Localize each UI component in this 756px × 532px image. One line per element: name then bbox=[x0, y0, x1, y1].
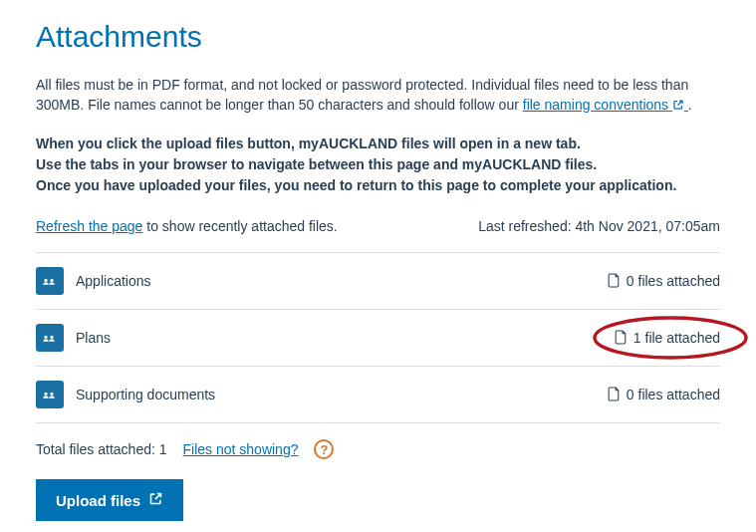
file-icon bbox=[608, 387, 621, 402]
refresh-page-link[interactable]: Refresh the page bbox=[36, 218, 142, 234]
intro-paragraph: All files must be in PDF format, and not… bbox=[36, 76, 720, 116]
folder-icon bbox=[36, 324, 64, 352]
folder-icon bbox=[36, 381, 64, 408]
external-link-icon bbox=[148, 491, 163, 509]
category-row-supporting[interactable]: Supporting documents 0 files attached bbox=[36, 367, 720, 423]
folder-icon bbox=[36, 267, 64, 295]
category-label: Applications bbox=[76, 273, 151, 289]
refresh-tail: to show recently attached files. bbox=[146, 218, 337, 234]
file-icon bbox=[615, 330, 628, 346]
category-row-applications[interactable]: Applications 0 files attached bbox=[36, 253, 720, 310]
files-not-showing-link[interactable]: Files not showing? bbox=[183, 441, 299, 457]
file-count: 1 file attached bbox=[633, 330, 720, 346]
upload-files-button[interactable]: Upload files bbox=[36, 479, 183, 521]
help-icon[interactable]: ? bbox=[314, 439, 334, 459]
footer-row: Total files attached: 1 Files not showin… bbox=[36, 439, 720, 459]
file-naming-conventions-link[interactable]: file naming conventions bbox=[523, 97, 688, 113]
file-icon bbox=[608, 273, 621, 289]
svg-point-1 bbox=[50, 279, 53, 282]
category-label: Plans bbox=[76, 330, 111, 346]
svg-point-3 bbox=[50, 336, 53, 339]
svg-point-2 bbox=[44, 336, 47, 339]
external-link-icon bbox=[672, 97, 684, 117]
refresh-left: Refresh the page to show recently attach… bbox=[36, 218, 338, 234]
last-refreshed-text: Last refreshed: 4th Nov 2021, 07:05am bbox=[478, 218, 720, 234]
upload-button-label: Upload files bbox=[56, 492, 140, 509]
svg-point-0 bbox=[44, 279, 47, 282]
page-title: Attachments bbox=[36, 20, 720, 54]
file-count: 0 files attached bbox=[627, 387, 720, 402]
svg-point-6 bbox=[50, 393, 53, 396]
category-row-plans[interactable]: Plans 1 file attached bbox=[36, 310, 720, 367]
refresh-row: Refresh the page to show recently attach… bbox=[36, 218, 720, 234]
category-label: Supporting documents bbox=[76, 387, 215, 402]
total-files-label: Total files attached: 1 bbox=[36, 441, 167, 457]
svg-point-5 bbox=[44, 393, 47, 396]
category-list: Applications 0 files attached Plans 1 fi… bbox=[36, 252, 720, 423]
file-count: 0 files attached bbox=[627, 273, 720, 289]
instruction-block: When you click the upload files button, … bbox=[36, 133, 720, 196]
